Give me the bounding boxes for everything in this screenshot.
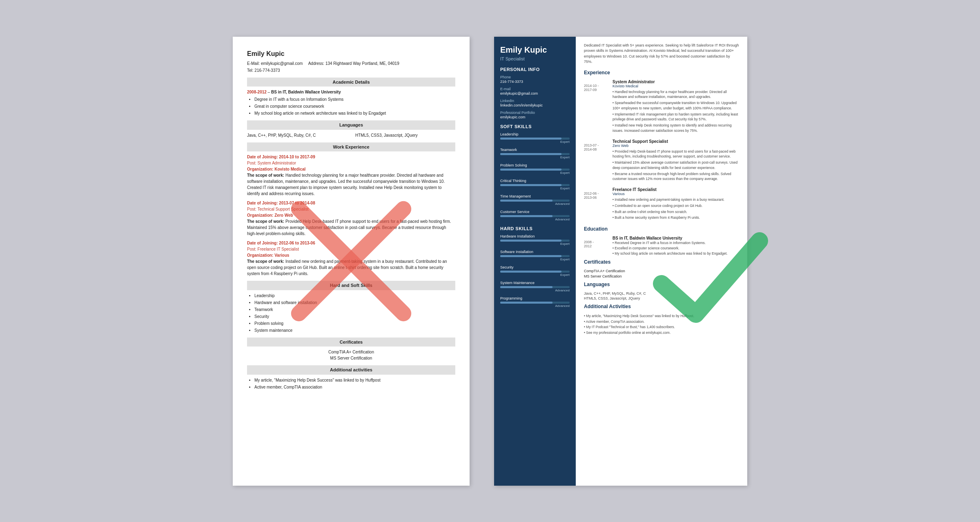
phone-value: 216-774-3373	[500, 80, 570, 84]
lang-line-1: Java, C++, PHP, MySQL, Ruby, C#, C	[584, 291, 739, 295]
academic-bullets: Degree in IT with a focus on Information…	[247, 96, 455, 116]
portfolio-value: emilykupic.com	[500, 115, 570, 119]
skill-bar-bg	[500, 138, 570, 140]
left-email: E-Mail: emilykupic@gmail.com Address: 13…	[247, 60, 455, 67]
soft-skills-title: Soft Skills	[500, 124, 570, 129]
work-date-3: Date of Joining: 2012-06 to 2013-06	[247, 240, 455, 246]
skill-teamwork: Teamwork Expert	[500, 148, 570, 159]
skill-time-management: Time Management Advanced	[500, 194, 570, 206]
skill-problem-solving: Problem Solving Expert	[500, 163, 570, 175]
job-bullets-2: • Provided Help Desk-based IT phone supp…	[612, 149, 739, 182]
skills-section-title: Hard and Soft Skills	[247, 281, 455, 290]
skill-customer-service: Customer Service Advanced	[500, 210, 570, 221]
certificates-title: Certificates	[584, 259, 739, 266]
right-resume-left-panel: Emily Kupic IT Specialist Personal Info …	[494, 37, 576, 486]
edu-bullets-1: • Received Degree in IT with a focus in …	[612, 240, 728, 256]
right-resume-right-panel: Dedicated IT Specialist with 5+ years ex…	[576, 37, 747, 486]
cert-2: MS Server Certification	[584, 274, 739, 278]
linkedin-label: LinkedIn	[500, 99, 570, 103]
skill-software: Software Installation Expert	[500, 250, 570, 261]
edu-date-1: 2008 - 2012	[584, 236, 612, 256]
phone-label: Phone	[500, 75, 570, 79]
lang-line-2: HTML5, CSS3, Javascript, JQuery	[584, 296, 739, 300]
skill-security: Security Expert	[500, 265, 570, 277]
job-date-1: 2014-10 - 2017-09	[584, 80, 612, 134]
job-bullets-1: • Handled technology planning for a majo…	[612, 89, 739, 133]
skill-programming: Programming Advanced	[500, 296, 570, 308]
edu-content-1: BS in IT, Baldwin Wallace University • R…	[612, 236, 728, 256]
list-item: Problem solving	[254, 320, 455, 327]
work-org-2: Organization: Zero Web	[247, 212, 455, 218]
list-item: Leadership	[254, 293, 455, 299]
work-scope-2: The scope of work: Provided Help Desk-ba…	[247, 218, 455, 237]
work-entry-1: Date of Joining: 2014-10 to 2017-09 Post…	[247, 154, 455, 197]
list-item: Security	[254, 313, 455, 320]
portfolio-label: Professional Portfolio	[500, 111, 570, 115]
education-title: Education	[584, 226, 739, 233]
skills-list: Leadership Hardware and software install…	[247, 293, 455, 333]
linkedin-value: linkedin.com/in/emilykupic	[500, 103, 570, 107]
list-item: My school blog article on network archit…	[254, 110, 455, 116]
right-resume: Emily Kupic IT Specialist Personal Info …	[494, 37, 747, 486]
list-item: Degree in IT with a focus on Information…	[254, 96, 455, 102]
email-label: E-mail	[500, 87, 570, 91]
hard-skills-title: Hard Skills	[500, 226, 570, 231]
email-value: emilykupic@gmail.com	[500, 91, 570, 96]
list-item: Great in computer science coursework	[254, 103, 455, 109]
work-post-3: Post: Freelance IT Specialist	[247, 246, 455, 252]
personal-info-title: Personal Info	[500, 67, 570, 72]
job-content-1: System Administrator Kovisto Medical • H…	[612, 80, 739, 134]
academic-section-title: Academic Details	[247, 78, 455, 87]
right-title: IT Specialist	[500, 56, 570, 61]
skill-hardware: Hardware Installation Expert	[500, 234, 570, 246]
job-entry-2: 2013-07 - 2014-08 Technical Support Spec…	[584, 139, 739, 183]
skill-sys-maintenance: System Maintenance Advanced	[500, 281, 570, 292]
lang-col2: HTML5, CSS3, Javascript, JQuery	[355, 132, 455, 138]
list-item: Hardware and software installation	[254, 300, 455, 306]
job-bullets-3: • Installed new ordering and payment-tak…	[612, 197, 739, 220]
right-name: Emily Kupic	[500, 45, 570, 55]
languages-section-title: Languages	[247, 120, 455, 130]
certs-section-title: Cerificates	[247, 338, 455, 347]
left-resume: Emily Kupic E-Mail: emilykupic@gmail.com…	[233, 37, 470, 486]
work-org-3: Organization: Various	[247, 252, 455, 258]
job-entry-3: 2012-06 - 2013-06 Freelance IT Specialis…	[584, 187, 739, 221]
additional-list: My article, "Maximizing Help Desk Succes…	[247, 377, 455, 390]
skill-critical-thinking: Critical Thinking Expert	[500, 179, 570, 190]
lang-col1: Java, C++, PHP, MySQL, Ruby, C#, C	[247, 132, 347, 138]
summary-text: Dedicated IT Specialist with 5+ years ex…	[584, 43, 739, 65]
work-scope-1: The scope of work: Handled technology pl…	[247, 172, 455, 197]
work-post-2: Post: Technical Support Specialist	[247, 206, 455, 212]
list-item: System maintenance	[254, 327, 455, 333]
edu-entry-1: 2008 - 2012 BS in IT, Baldwin Wallace Un…	[584, 236, 739, 256]
additional-bullets: • My article, "Maximizing Help Desk Succ…	[584, 313, 739, 335]
work-post-1: Post: System Administrator	[247, 160, 455, 166]
left-name: Emily Kupic	[247, 49, 455, 59]
job-entry-1: 2014-10 - 2017-09 System Administrator K…	[584, 80, 739, 134]
list-item: My article, "Maximizing Help Desk Succes…	[254, 377, 455, 383]
cert-1: CompTIA A+ Certification	[584, 269, 739, 273]
work-date-2: Date of Joining: 2013-07 to 2014-08	[247, 200, 455, 206]
job-content-2: Technical Support Specialist Zero Web • …	[612, 139, 739, 183]
job-date-3: 2012-06 - 2013-06	[584, 187, 612, 221]
job-content-3: Freelance IT Specialist Various • Instal…	[612, 187, 739, 221]
academic-content: 2008-2012 – BS in IT, Baldwin Wallace Un…	[247, 89, 455, 116]
list-item: Teamwork	[254, 307, 455, 313]
languages-title: Languages	[584, 282, 739, 288]
skill-bar-fill	[500, 138, 561, 140]
left-tel: Tel: 216-774-3373	[247, 67, 455, 73]
work-date-1: Date of Joining: 2014-10 to 2017-09	[247, 154, 455, 160]
list-item: Active member, CompTIA association	[254, 384, 455, 390]
job-date-2: 2013-07 - 2014-08	[584, 139, 612, 183]
work-section-title: Work Experience	[247, 142, 455, 152]
additional-section-title: Additional activities	[247, 365, 455, 375]
experience-title: Experience	[584, 70, 739, 76]
work-entry-3: Date of Joining: 2012-06 to 2013-06 Post…	[247, 240, 455, 277]
additional-title: Additional Activities	[584, 304, 739, 310]
languages-content: Java, C++, PHP, MySQL, Ruby, C#, C HTML5…	[247, 132, 455, 138]
certs-content: CompTIA A+ Certification MS Server Certi…	[247, 349, 455, 361]
work-org-1: Organization: Kovisto Medical	[247, 166, 455, 172]
skill-leadership: Leadership Expert	[500, 132, 570, 144]
work-entry-2: Date of Joining: 2013-07 to 2014-08 Post…	[247, 200, 455, 237]
work-scope-3: The scope of work: Installed new orderin…	[247, 258, 455, 277]
